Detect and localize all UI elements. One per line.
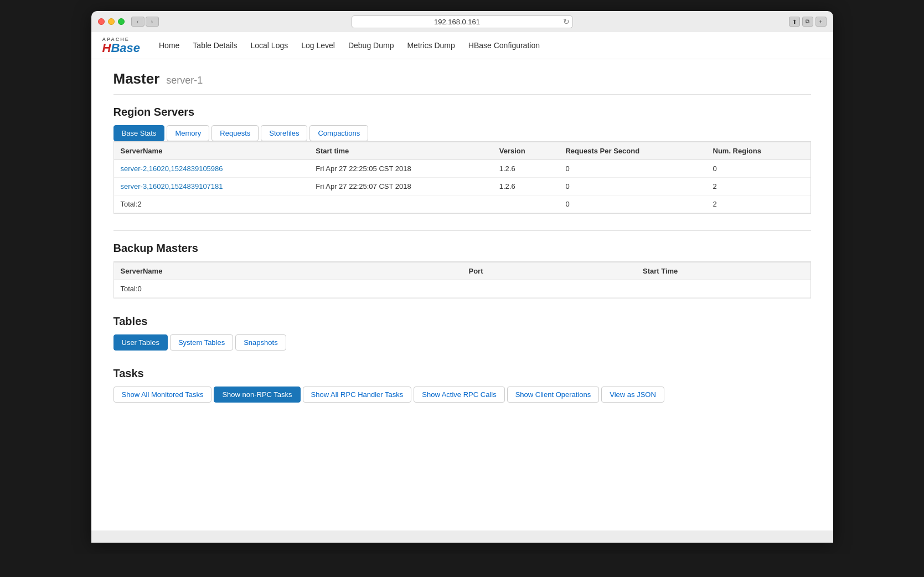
backup-masters-section: Backup Masters ServerName Port Start Tim… [113, 242, 811, 298]
nav-local-logs[interactable]: Local Logs [251, 41, 288, 50]
fullscreen-button[interactable] [118, 18, 125, 25]
tab-memory[interactable]: Memory [167, 125, 209, 141]
tab-non-rpc[interactable]: Show non-RPC Tasks [214, 387, 300, 403]
tables-tabs: User Tables System Tables Snapshots [113, 334, 811, 351]
nav-log-level[interactable]: Log Level [301, 41, 335, 50]
start-time-cell: Fri Apr 27 22:25:07 CST 2018 [309, 178, 493, 195]
share-button[interactable]: ⬆ [789, 17, 800, 27]
traffic-lights [98, 18, 125, 25]
total-requests: 0 [559, 195, 706, 213]
region-servers-title: Region Servers [113, 106, 811, 119]
total-empty-1 [309, 195, 493, 213]
bm-total-label: Total:0 [114, 280, 462, 298]
nav-metrics-dump[interactable]: Metrics Dump [407, 41, 455, 50]
window-actions: ⬆ ⧉ + [789, 17, 827, 27]
tab-all-monitored[interactable]: Show All Monitored Tasks [113, 387, 212, 403]
bm-col-server-name: ServerName [114, 262, 462, 280]
total-row: Total:2 0 2 [114, 195, 811, 213]
new-tab-button[interactable]: ⧉ [802, 17, 813, 27]
backup-masters-header: ServerName Port Start Time [114, 262, 811, 280]
address-bar-input[interactable] [352, 16, 573, 28]
total-regions: 2 [706, 195, 811, 213]
region-servers-section: Region Servers Base Stats Memory Request… [113, 106, 811, 214]
version-cell: 1.2.6 [493, 160, 559, 178]
server-name-cell: server-2,16020,1524839105986 [114, 160, 309, 178]
regions-cell: 2 [706, 178, 811, 195]
requests-cell: 0 [559, 160, 706, 178]
title-bar: ‹ › ↻ ⬆ ⧉ + [91, 17, 833, 32]
bm-col-port: Port [462, 262, 637, 280]
master-subtitle: server-1 [166, 75, 203, 86]
region-servers-tabs: Base Stats Memory Requests Storefiles Co… [113, 125, 811, 141]
nav-debug-dump[interactable]: Debug Dump [348, 41, 394, 50]
navbar: APACHE HBase Home Table Details Local Lo… [91, 32, 833, 59]
start-time-cell: Fri Apr 27 22:25:05 CST 2018 [309, 160, 493, 178]
version-cell: 1.2.6 [493, 178, 559, 195]
bm-total-empty-1 [462, 280, 637, 298]
minimize-button[interactable] [108, 18, 115, 25]
server-2-link[interactable]: server-2,16020,1524839105986 [121, 164, 223, 173]
tasks-tabs: Show All Monitored Tasks Show non-RPC Ta… [113, 387, 811, 403]
reload-icon[interactable]: ↻ [563, 17, 570, 26]
logo: APACHE HBase [102, 37, 140, 54]
close-button[interactable] [98, 18, 105, 25]
master-heading: Master server-1 [113, 70, 811, 87]
tab-all-rpc-handler[interactable]: Show All RPC Handler Tasks [303, 387, 412, 403]
address-bar-area: ↻ [352, 16, 573, 28]
region-servers-table-header: ServerName Start time Version Requests P… [114, 142, 811, 160]
tasks-section: Tasks Show All Monitored Tasks Show non-… [113, 367, 811, 403]
server-name-cell: server-3,16020,1524839107181 [114, 178, 309, 195]
tab-snapshots[interactable]: Snapshots [235, 334, 286, 351]
col-num-regions: Num. Regions [706, 142, 811, 160]
browser-content: APACHE HBase Home Table Details Local Lo… [91, 32, 833, 530]
region-servers-table-wrapper: ServerName Start time Version Requests P… [113, 141, 811, 214]
server-3-link[interactable]: server-3,16020,1524839107181 [121, 182, 223, 190]
region-servers-table: ServerName Start time Version Requests P… [114, 142, 811, 213]
tab-storefiles[interactable]: Storefiles [261, 125, 307, 141]
back-button[interactable]: ‹ [131, 17, 144, 27]
backup-total-row: Total:0 [114, 280, 811, 298]
regions-cell: 0 [706, 160, 811, 178]
add-tab-button[interactable]: + [815, 17, 827, 27]
tasks-title: Tasks [113, 367, 811, 380]
nav-table-details[interactable]: Table Details [193, 41, 237, 50]
page-content: Master server-1 Region Servers Base Stat… [91, 59, 833, 430]
tab-base-stats[interactable]: Base Stats [113, 125, 165, 141]
backup-masters-title: Backup Masters [113, 242, 811, 255]
tab-compactions[interactable]: Compactions [309, 125, 368, 141]
nav-buttons: ‹ › [131, 17, 159, 27]
section-divider-1 [113, 230, 811, 231]
nav-home[interactable]: Home [159, 41, 179, 50]
tables-title: Tables [113, 315, 811, 328]
forward-button[interactable]: › [146, 17, 159, 27]
backup-masters-table-wrapper: ServerName Port Start Time Total:0 [113, 261, 811, 298]
bm-col-start-time: Start Time [636, 262, 811, 280]
tab-system-tables[interactable]: System Tables [170, 334, 233, 351]
table-row: server-3,16020,1524839107181 Fri Apr 27 … [114, 178, 811, 195]
tab-client-ops[interactable]: Show Client Operations [507, 387, 600, 403]
col-version: Version [493, 142, 559, 160]
col-requests-per-second: Requests Per Second [559, 142, 706, 160]
tab-requests[interactable]: Requests [211, 125, 259, 141]
tab-view-json[interactable]: View as JSON [601, 387, 664, 403]
nav-hbase-config[interactable]: HBase Configuration [468, 41, 540, 50]
table-row: server-2,16020,1524839105986 Fri Apr 27 … [114, 160, 811, 178]
tables-section: Tables User Tables System Tables Snapsho… [113, 315, 811, 351]
tab-user-tables[interactable]: User Tables [113, 334, 168, 351]
total-label: Total:2 [114, 195, 309, 213]
col-server-name: ServerName [114, 142, 309, 160]
requests-cell: 0 [559, 178, 706, 195]
col-start-time: Start time [309, 142, 493, 160]
master-title: Master [113, 70, 160, 87]
tab-active-rpc[interactable]: Show Active RPC Calls [414, 387, 504, 403]
bm-total-empty-2 [636, 280, 811, 298]
total-empty-2 [493, 195, 559, 213]
title-divider [113, 94, 811, 95]
logo-hbase-text: HBase [102, 42, 140, 54]
backup-masters-table: ServerName Port Start Time Total:0 [114, 262, 811, 298]
